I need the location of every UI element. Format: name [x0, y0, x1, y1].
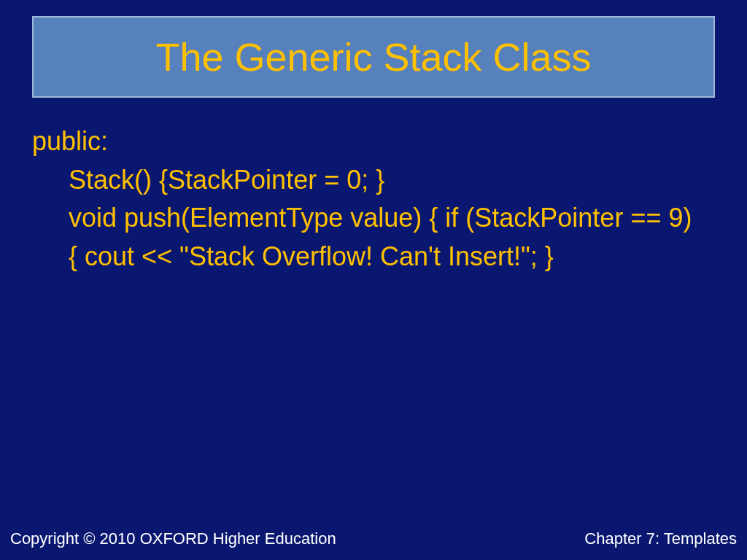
slide-title: The Generic Stack Class: [155, 34, 591, 79]
code-line-3: void push(ElementType value) { if (Stack…: [32, 201, 715, 236]
code-line-2: Stack() {StackPointer = 0; }: [32, 163, 715, 198]
footer-copyright: Copyright © 2010 OXFORD Higher Education: [10, 529, 336, 548]
slide-title-box: The Generic Stack Class: [32, 16, 715, 98]
code-line-1: public:: [32, 124, 715, 160]
footer-chapter: Chapter 7: Templates: [584, 529, 737, 548]
code-line-4: { cout << "Stack Overflow! Can't Insert!…: [32, 239, 715, 275]
slide-content: public: Stack() {StackPointer = 0; } voi…: [32, 124, 715, 277]
